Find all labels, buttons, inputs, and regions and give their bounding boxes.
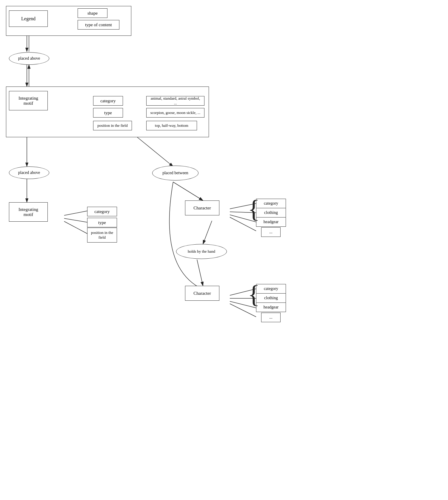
holds-by-hand-ellipse: holds by the hand xyxy=(176,244,227,259)
placed-between-ellipse: placed between xyxy=(152,166,198,180)
category-1-label: category xyxy=(100,98,116,104)
placed-above-2-label: placed above xyxy=(18,170,40,175)
holds-by-hand-label: holds by the hand xyxy=(188,249,215,254)
character-2-label: Character xyxy=(193,291,211,296)
category-2-box: category xyxy=(87,207,117,216)
category-c1-label: category xyxy=(264,201,278,206)
category-values: animal, standard, astral symbol, ... xyxy=(149,96,202,106)
shape-label: shape xyxy=(87,11,98,16)
placed-above-ellipse-1: placed above xyxy=(9,52,49,65)
category-values-box: animal, standard, astral symbol, ... xyxy=(146,96,204,106)
dots-c1-box: ... xyxy=(261,227,281,237)
dots-c2-label: ... xyxy=(269,315,273,320)
svg-line-20 xyxy=(173,182,203,200)
svg-line-19 xyxy=(137,137,173,166)
content-label: type of content xyxy=(85,22,112,27)
integrating-motif-2-box: Integrating motif xyxy=(9,202,48,222)
svg-line-25 xyxy=(203,221,212,244)
dots-c2-box: ... xyxy=(261,313,281,322)
integrating-motif-2-label: Integrating motif xyxy=(19,207,38,217)
brace-c1: { xyxy=(248,196,260,222)
clothing-c2-box: clothing xyxy=(256,293,286,303)
placed-between-label: placed between xyxy=(162,171,188,175)
svg-line-18 xyxy=(64,221,87,234)
svg-line-17 xyxy=(64,218,87,222)
legend-box: Legend xyxy=(9,10,48,27)
position-1-label: position in the field xyxy=(97,123,127,128)
position-2-label: position in the field xyxy=(90,230,114,240)
legend-title: Legend xyxy=(21,16,36,21)
shape-box: shape xyxy=(78,8,107,18)
type-1-box: type xyxy=(93,108,123,118)
placed-above-1-label: placed above xyxy=(18,56,40,61)
character-1-box: Character xyxy=(185,200,219,215)
position-2-box: position in the field xyxy=(87,228,117,243)
placed-above-ellipse-2: placed above xyxy=(9,166,49,179)
character-1-label: Character xyxy=(193,206,211,211)
type-values-box: scorpion, goose, moon sickle, ... xyxy=(146,108,204,118)
headgear-c2-box: headgear xyxy=(256,303,286,312)
position-values-box: top, half-way, bottom xyxy=(146,121,197,130)
headgear-c2-label: headgear xyxy=(264,305,279,310)
type-of-content-box: type of content xyxy=(78,20,119,30)
category-1-box: category xyxy=(93,96,123,106)
brace-c2: { xyxy=(248,282,260,307)
category-c2-label: category xyxy=(264,286,278,291)
headgear-c1-box: headgear xyxy=(256,217,286,227)
clothing-c1-box: clothing xyxy=(256,208,286,217)
category-2-label: category xyxy=(94,209,110,214)
svg-line-16 xyxy=(64,211,87,215)
headgear-c1-label: headgear xyxy=(264,220,279,224)
dots-c1-label: ... xyxy=(269,230,273,234)
type-1-label: type xyxy=(104,110,112,115)
integrating-motif-1-box: Integrating motif xyxy=(9,91,48,110)
position-1-box: position in the field xyxy=(93,121,132,130)
svg-line-26 xyxy=(197,260,203,286)
clothing-c2-label: clothing xyxy=(264,296,278,300)
diagram-arrows xyxy=(0,0,299,500)
type-2-box: type xyxy=(87,218,117,227)
category-c1-box: category xyxy=(256,199,286,208)
type-2-label: type xyxy=(98,220,106,225)
character-2-box: Character xyxy=(185,286,219,301)
clothing-c1-label: clothing xyxy=(264,210,278,215)
category-c2-box: category xyxy=(256,284,286,294)
integrating-motif-1-label: Integrating motif xyxy=(19,96,38,106)
type-values: scorpion, goose, moon sickle, ... xyxy=(150,110,201,115)
diagram: Legend shape type of content placed abov… xyxy=(0,0,299,500)
position-values: top, half-way, bottom xyxy=(155,123,188,128)
